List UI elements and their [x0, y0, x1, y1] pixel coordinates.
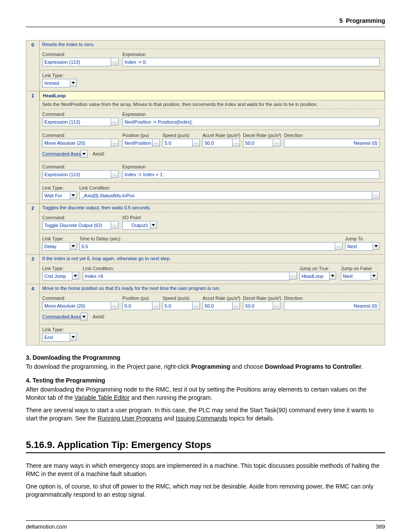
io-block: Command:Toggle Discrete Output (62)…I/O … — [40, 212, 385, 233]
delay-label: Time to Delay (sec): — [79, 236, 342, 241]
jump-to-field[interactable]: Next — [345, 242, 373, 251]
link-cndjump-block: Link Type:Cnd JumpLink Condition:Index <… — [40, 263, 385, 284]
command-field[interactable]: Expression (113) — [42, 118, 111, 126]
step-number: 4 — [26, 284, 40, 345]
param-field[interactable]: 5.0 — [162, 302, 193, 310]
param-field[interactable]: 50.0 — [202, 302, 233, 310]
param-label: Accel Rate (pu/s²) — [202, 296, 240, 301]
dropdown-arrow-icon[interactable] — [373, 242, 380, 250]
dropdown-arrow-icon[interactable] — [329, 272, 336, 280]
io-field[interactable]: Output1 — [122, 221, 150, 230]
dropdown-arrow-icon[interactable] — [70, 191, 77, 199]
delay-field[interactable]: 0.5 — [79, 242, 335, 251]
ellipsis-button[interactable]: … — [289, 272, 297, 280]
param-field[interactable]: 50.0 — [202, 139, 233, 147]
link-condition-field[interactable]: _Axis[0].StatusBits.InPos — [79, 191, 372, 200]
ellipsis-button[interactable]: … — [111, 118, 118, 125]
link-running-user-programs[interactable]: Running User Programs — [98, 415, 162, 422]
ellipsis-button[interactable]: … — [111, 221, 118, 229]
param-label: Position (pu) — [122, 133, 160, 138]
ellipsis-button[interactable]: … — [232, 139, 240, 146]
param-field[interactable]: Nearest (0) — [284, 302, 380, 310]
jump-false-field[interactable]: Next — [341, 272, 371, 280]
command-field[interactable]: Move Absolute (20) — [42, 302, 111, 310]
param-field[interactable]: Nearest (0) — [284, 139, 380, 147]
ellipsis-button[interactable]: … — [111, 58, 118, 65]
expression-field[interactable]: Index := Index + 1; — [122, 170, 380, 179]
link-type-field[interactable]: Immed — [42, 79, 70, 87]
dropdown-arrow-icon[interactable] — [70, 333, 77, 341]
step-title: HeadLoop — [40, 91, 385, 100]
ellipsis-button[interactable]: … — [232, 302, 240, 309]
step-description: Resets the index to zero. — [40, 40, 385, 49]
param-field[interactable]: 50.0 — [243, 302, 273, 310]
dropdown-arrow-icon[interactable] — [371, 272, 377, 280]
section-para2: One option is, of course, to shut off po… — [26, 482, 385, 499]
command-field[interactable]: Toggle Discrete Output (62) — [42, 221, 111, 230]
command-label: Command: — [42, 112, 120, 117]
ellipsis-button[interactable]: … — [111, 139, 118, 146]
ellipsis-button[interactable]: … — [192, 139, 200, 146]
page-footer: deltamotion.com 389 — [26, 520, 385, 530]
sub4-para2: There are several ways to start a user p… — [26, 406, 385, 423]
step-description: Sets the NextPosition value from the arr… — [40, 100, 385, 109]
commanded-axes-label[interactable]: Commanded Axes — [42, 151, 81, 156]
axes-value: Axis0 — [92, 151, 107, 156]
ellipsis-button[interactable]: … — [111, 170, 118, 178]
dropdown-arrow-icon[interactable] — [72, 272, 79, 280]
jump-true-label: Jump on True — [299, 266, 338, 271]
move-block: Command:Move Absolute (20)…Position (pu)… — [40, 293, 385, 324]
dropdown-arrow-icon[interactable] — [81, 313, 87, 320]
command-field[interactable]: Expression (113) — [42, 170, 111, 179]
ellipsis-button[interactable]: … — [335, 242, 342, 250]
move-block: Command:Move Absolute (20)…Position (pu)… — [40, 130, 385, 162]
step-number: 2 — [26, 204, 40, 255]
dropdown-arrow-icon[interactable] — [70, 79, 77, 87]
step-number: 3 — [26, 255, 40, 284]
link-condition-field[interactable]: Index <6 — [83, 272, 290, 280]
command-field[interactable]: Move Absolute (20) — [42, 139, 111, 147]
ellipsis-button[interactable]: … — [273, 139, 280, 146]
dropdown-arrow-icon[interactable] — [81, 150, 87, 158]
link-type-label: Link Type: — [42, 266, 80, 271]
link-issuing-commands[interactable]: Issuing Commands — [176, 415, 227, 422]
param-field[interactable]: 5.0 — [162, 139, 193, 147]
ellipsis-button[interactable]: … — [152, 139, 160, 146]
step-body: If the index is not yet 6, loop again, o… — [40, 255, 385, 284]
footer-left: deltamotion.com — [26, 523, 67, 530]
command-field[interactable]: Expression (113) — [42, 58, 111, 66]
link-block: Link Type:Immed — [40, 70, 385, 91]
expression-label: Expression — [122, 164, 380, 169]
link-variable-table-editor[interactable]: Variable Table Editor — [75, 394, 130, 401]
step-number: 1 — [26, 91, 40, 204]
param-field[interactable]: 50.0 — [243, 139, 273, 147]
jump-false-label: Jump on False — [341, 266, 380, 271]
dropdown-arrow-icon[interactable] — [150, 221, 157, 229]
expression-field[interactable]: Index := 0; — [122, 58, 380, 66]
command-label: Command: — [42, 52, 120, 57]
param-label: Decel Rate (pu/s²) — [243, 133, 281, 138]
param-field[interactable]: NextPosition — [122, 139, 153, 147]
step-body: Toggles the discrete output, then waits … — [40, 204, 385, 255]
page-header: 5 Programming — [26, 17, 385, 27]
ellipsis-button[interactable]: … — [273, 302, 280, 309]
ellipsis-button[interactable]: … — [111, 302, 118, 309]
commanded-axes-label[interactable]: Commanded Axes — [42, 314, 81, 319]
expression-label: Expression — [122, 112, 380, 117]
dropdown-arrow-icon[interactable] — [70, 242, 77, 250]
sub4-heading: 4. Testing the Programming — [26, 377, 385, 384]
link-type-label: Link Type: — [42, 73, 81, 78]
link-block: Link Type:End — [40, 324, 385, 345]
expression-field[interactable]: NextPosition := Positions[Index]; — [122, 118, 380, 126]
link-type-field[interactable]: End — [42, 333, 70, 342]
param-label: Direction — [284, 296, 380, 301]
ellipsis-button[interactable]: … — [372, 191, 380, 199]
param-label: Speed (pu/s) — [162, 296, 200, 301]
link-type-field[interactable]: Cnd Jump — [42, 272, 72, 280]
link-type-field[interactable]: Delay — [42, 242, 70, 251]
jump-true-field[interactable]: HeadLoop — [299, 272, 330, 280]
param-field[interactable]: 0.0 — [122, 302, 153, 310]
link-type-field[interactable]: Wait For — [42, 191, 70, 200]
ellipsis-button[interactable]: … — [192, 302, 200, 309]
ellipsis-button[interactable]: … — [152, 302, 160, 309]
